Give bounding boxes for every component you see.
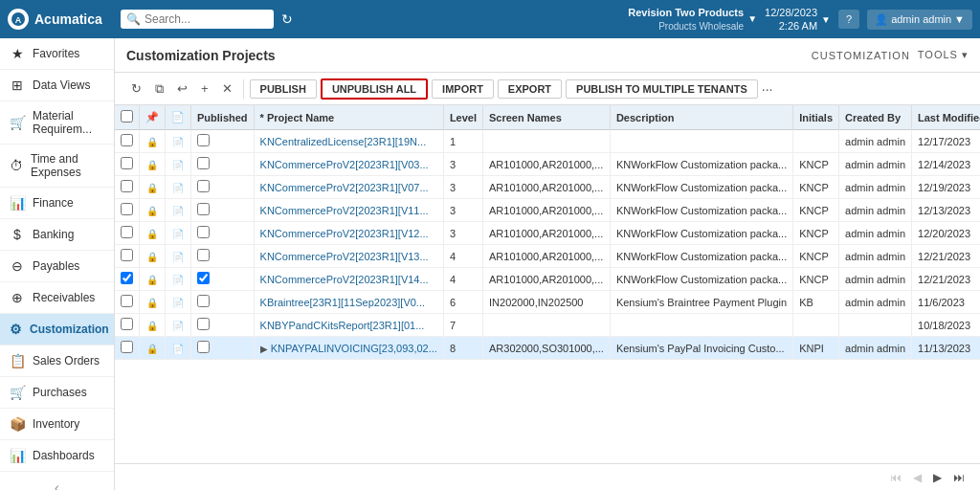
user-name: admin admin	[891, 13, 951, 25]
row-description-cell: KNWorkFlow Customization packa...	[610, 268, 792, 291]
publish-multiple-button[interactable]: PUBLISH TO MULTIPLE TENANTS	[566, 79, 758, 99]
row-checkbox[interactable]	[121, 272, 133, 284]
row-checkbox[interactable]	[121, 180, 133, 192]
header: A Acumatica 🔍 ↻ Revision Two Products Pr…	[0, 0, 980, 38]
project-name-link[interactable]: KBraintree[23R1][11Sep2023][V0...	[260, 297, 425, 308]
project-name-link[interactable]: KNCommerceProV2[2023R1][V03...	[260, 159, 429, 170]
project-name-link[interactable]: KNCommerceProV2[2023R1][V14...	[260, 274, 429, 285]
sidebar-item-salesorders[interactable]: 📋 Sales Orders	[0, 345, 114, 377]
row-checkbox[interactable]	[121, 295, 133, 307]
published-checkbox[interactable]	[197, 203, 210, 215]
sidebar-item-dashboards[interactable]: 📊 Dashboards	[0, 440, 114, 472]
copy-button[interactable]: ⧉	[150, 78, 168, 100]
th-last-modified[interactable]: Last Modified On	[912, 105, 980, 130]
sidebar-item-favorites[interactable]: ★ Favorites	[0, 38, 114, 70]
project-name-link[interactable]: KNCommerceProV2[2023R1][V11...	[260, 205, 429, 216]
published-checkbox[interactable]	[197, 180, 210, 192]
th-published[interactable]: Published	[191, 105, 255, 130]
refresh-button[interactable]: ↻	[281, 11, 293, 27]
th-initials[interactable]: Initials	[793, 105, 839, 130]
published-checkbox[interactable]	[197, 249, 210, 261]
search-input[interactable]	[145, 12, 259, 26]
published-checkbox[interactable]	[197, 318, 210, 330]
customization-icon: ⚙	[10, 322, 22, 337]
unpublish-all-button[interactable]: UNPUBLISH ALL	[321, 78, 428, 100]
row-checkbox-cell	[115, 153, 140, 176]
row-initials-cell: KNCP	[793, 176, 839, 199]
export-button[interactable]: EXPORT	[498, 79, 562, 99]
sidebar-item-payables[interactable]: ⊖ Payables	[0, 251, 114, 282]
datetime-dropdown-arrow[interactable]: ▼	[821, 14, 831, 25]
published-checkbox[interactable]	[197, 134, 210, 146]
page-title: Customization Projects	[126, 48, 276, 63]
tools-menu-button[interactable]: TOOLS ▾	[918, 49, 969, 61]
project-name-link[interactable]: KNCommerceProV2[2023R1][V07...	[260, 182, 429, 193]
more-actions-button[interactable]: ···	[762, 81, 773, 97]
user-button[interactable]: 👤 admin admin ▼	[867, 10, 972, 30]
table-row: 🔒 📄 KNCommerceProV2[2023R1][V03... 3 AR1…	[115, 153, 980, 176]
published-checkbox[interactable]	[197, 295, 210, 307]
company-dropdown-arrow[interactable]: ▼	[747, 13, 757, 24]
file-icon: 📄	[172, 183, 184, 193]
datetime-details: 12/28/2023 2:26 AM	[765, 6, 817, 33]
row-file-cell: 📄	[166, 199, 191, 222]
first-page-button[interactable]: ⏮	[886, 469, 905, 486]
row-screens-cell: AR101000,AR201000,...	[483, 176, 611, 199]
published-checkbox[interactable]	[197, 157, 210, 169]
file-icon: 📄	[172, 137, 184, 147]
th-description[interactable]: Description	[610, 105, 792, 130]
row-checkbox[interactable]	[121, 318, 133, 330]
customization-menu-button[interactable]: CUSTOMIZATION	[812, 50, 910, 61]
next-page-button[interactable]: ▶	[929, 469, 946, 486]
row-checkbox[interactable]	[121, 226, 133, 238]
sidebar-item-purchases[interactable]: 🛒 Purchases	[0, 377, 114, 409]
th-screen-names[interactable]: Screen Names	[483, 105, 611, 130]
select-all-checkbox[interactable]	[121, 110, 133, 122]
lock-icon: 🔒	[146, 321, 158, 331]
undo-button[interactable]: ↩	[172, 78, 192, 99]
project-name-link[interactable]: KNBYPandCKitsReport[23R1][01...	[260, 320, 425, 331]
project-name-link[interactable]: KNCommerceProV2[2023R1][V12...	[260, 228, 429, 239]
sidebar-item-time[interactable]: ⏱ Time and Expenses	[0, 145, 114, 188]
row-expand-icon[interactable]: ▶	[260, 344, 268, 354]
sidebar-item-inventory[interactable]: 📦 Inventory	[0, 409, 114, 440]
row-checkbox[interactable]	[121, 341, 133, 353]
sidebar-item-material[interactable]: 🛒 Material Requirem...	[0, 101, 114, 145]
row-checkbox[interactable]	[121, 134, 133, 146]
th-created-by[interactable]: Created By	[839, 105, 912, 130]
search-bar[interactable]: 🔍	[121, 10, 274, 29]
sidebar-item-finance[interactable]: 📊 Finance	[0, 188, 114, 219]
row-checkbox[interactable]	[121, 203, 133, 215]
lock-icon: 🔒	[146, 137, 158, 147]
sidebar-item-dataviews[interactable]: ⊞ Data Views	[0, 70, 114, 101]
sidebar-item-banking[interactable]: $ Banking	[0, 219, 114, 251]
row-created-cell: admin admin	[839, 268, 912, 291]
project-name-link[interactable]: KNCentralizedLicense[23R1][19N...	[260, 136, 427, 147]
th-select-all[interactable]	[115, 105, 140, 130]
row-checkbox[interactable]	[121, 157, 133, 169]
row-modified-cell: 12/21/2023	[912, 268, 980, 291]
publish-button[interactable]: PUBLISH	[250, 79, 317, 99]
row-modified-cell: 12/14/2023	[912, 153, 980, 176]
sidebar-collapse-button[interactable]: ‹	[0, 472, 114, 490]
published-checkbox[interactable]	[197, 272, 210, 284]
project-name-link[interactable]: KNCommerceProV2[2023R1][V13...	[260, 251, 429, 262]
lock-icon: 🔒	[146, 298, 158, 308]
row-checkbox-cell	[115, 291, 140, 314]
row-checkbox[interactable]	[121, 249, 133, 261]
th-project-name[interactable]: * Project Name	[254, 105, 443, 130]
sidebar-item-customization[interactable]: ⚙ Customization	[0, 314, 114, 345]
sidebar-item-receivables[interactable]: ⊕ Receivables	[0, 282, 114, 314]
import-button[interactable]: IMPORT	[432, 79, 494, 99]
delete-button[interactable]: ✕	[217, 78, 237, 99]
receivables-icon: ⊕	[10, 290, 25, 305]
published-checkbox[interactable]	[197, 341, 210, 353]
add-button[interactable]: +	[196, 78, 213, 99]
help-button[interactable]: ?	[838, 10, 859, 29]
published-checkbox[interactable]	[197, 226, 210, 238]
prev-page-button[interactable]: ◀	[909, 469, 925, 486]
project-name-link[interactable]: KNPAYPALINVOICING[23,093,02...	[271, 343, 437, 354]
last-page-button[interactable]: ⏭	[949, 469, 969, 486]
refresh-toolbar-button[interactable]: ↻	[126, 78, 146, 99]
th-level[interactable]: Level	[443, 105, 482, 130]
